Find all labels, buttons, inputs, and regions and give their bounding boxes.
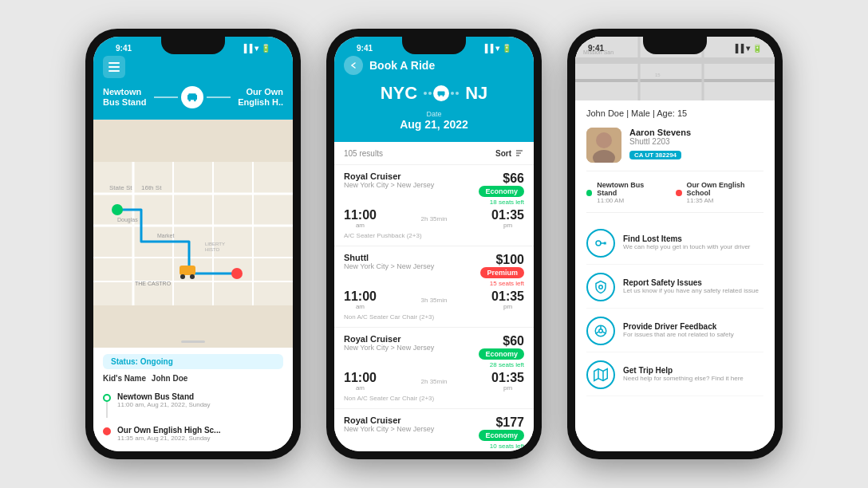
ride-operator-0: Royal Cruiser (344, 171, 434, 181)
route-to: Our OwnEnglish H.. (238, 87, 283, 108)
results-count: 105 results (344, 149, 383, 158)
route-arrow (154, 86, 231, 108)
svg-point-13 (112, 204, 123, 215)
status-time-2: 9:41 (357, 44, 373, 53)
scroll-indicator (181, 340, 205, 343)
menu-icon[interactable] (103, 56, 125, 78)
results-bar: 105 results Sort (334, 142, 534, 164)
phone1-topbar (103, 56, 283, 83)
svg-text:HISTO: HISTO (205, 247, 220, 252)
ride-seats-2: 28 seats left (479, 361, 524, 368)
date-value: Aug 21, 2022 (344, 118, 524, 131)
ride-badge-2: Economy (479, 348, 524, 360)
arrive-time-2: 01:35 (491, 372, 524, 384)
phone-2: 9:41 ▐▐ ▾ 🔋 Book A Ride NYC (326, 29, 542, 459)
kid-name: Kid's Name John Doe (103, 374, 283, 383)
notch-3 (643, 37, 707, 54)
svg-marker-51 (594, 369, 608, 381)
ride-card-0[interactable]: Royal Cruiser New York City > New Jersey… (334, 164, 534, 246)
route-from: NewtownBus Stand (103, 87, 146, 108)
svg-text:THE CASTRO: THE CASTRO (135, 281, 172, 286)
ride-times-1: 11:00 am 3h 35min 01:35 pm (344, 290, 524, 310)
scene: 9:41 ▐▐ ▾ 🔋 NewtownBus Stand (0, 0, 868, 488)
ride-route-2: New York City > New Jersey (344, 344, 434, 352)
svg-point-20 (180, 274, 185, 279)
action-item-1[interactable]: Report Safety Issues Let us know if you … (586, 266, 763, 309)
ride-cards: Royal Cruiser New York City > New Jersey… (334, 164, 534, 451)
phone2-body: 105 results Sort Royal Cruiser New York … (334, 142, 534, 451)
ride-route-3: New York City > New Jersey (344, 425, 434, 433)
svg-text:16th St: 16th St (141, 184, 162, 191)
action-icon-3 (586, 360, 615, 389)
status-icons-2: ▐▐ ▾ 🔋 (482, 44, 511, 53)
status-time-3: 9:41 (588, 44, 604, 53)
action-desc-0: We can help you get in touch with your d… (623, 243, 751, 251)
timeline-stop-name-1: Newtown Bus Stand (597, 181, 660, 197)
phone2-topbar: Book A Ride (344, 56, 524, 80)
ride-card-3[interactable]: Royal Cruiser New York City > New Jersey… (334, 408, 534, 451)
ride-operator-1: Shuttl (344, 253, 434, 262)
phone1-bottom: Status: Ongoing Kid's Name John Doe Newt (93, 348, 293, 451)
driver-name: Aaron Stevens (629, 128, 691, 137)
action-item-2[interactable]: Provide Driver Feedback For issues that … (586, 310, 763, 352)
timeline-info-2: Our Own English School 11:35 AM (687, 181, 763, 204)
status-label: Status: (111, 357, 138, 366)
status-pill: Status: Ongoing (103, 354, 283, 369)
sort-button[interactable]: Sort (495, 148, 524, 158)
action-desc-1: Let us know if you have any safety relat… (623, 287, 759, 295)
to-city: NJ (465, 83, 487, 104)
ride-amenity-1: Non A/C Seater Car Chair (2+3) (344, 313, 524, 321)
action-title-2: Provide Driver Feedback (623, 322, 734, 331)
svg-point-2 (188, 100, 191, 102)
action-desc-2: For issues that are not related to safet… (623, 331, 734, 339)
timeline-stop-time-1: 11:00 AM (597, 197, 660, 204)
svg-point-45 (599, 285, 603, 289)
driver-badge: CA UT 382294 (629, 151, 681, 159)
action-item-0[interactable]: Find Lost Items We can help you get in t… (586, 222, 763, 265)
bus-icon-mid (433, 85, 449, 101)
status-value: Ongoing (140, 357, 173, 366)
timeline-info-1: Newtown Bus Stand 11:00 AM (597, 181, 660, 204)
timeline-dot-red (676, 190, 681, 196)
action-desc-3: Need help for something else? Find it he… (623, 375, 744, 383)
ride-price-2: $60 (479, 334, 524, 348)
action-text-3: Get Trip Help Need help for something el… (623, 366, 744, 383)
back-button[interactable] (344, 56, 363, 75)
ride-card-2[interactable]: Royal Cruiser New York City > New Jersey… (334, 327, 534, 408)
ride-route-1: New York City > New Jersey (344, 262, 434, 270)
ride-operator-3: Royal Cruiser (344, 415, 434, 425)
timeline-stop-time-2: 11:35 AM (687, 197, 763, 204)
sort-label: Sort (495, 149, 511, 158)
user-info-bar: John Doe | Male | Age: 15 (586, 108, 763, 118)
ride-operator-2: Royal Cruiser (344, 334, 434, 344)
map-area: State St 16th St Douglas Market THE CAST… (93, 120, 293, 348)
ride-badge-3: Economy (479, 430, 524, 441)
status-icons-3: ▐▐ ▾ 🔋 (732, 44, 762, 53)
ride-times-2: 11:00 am 2h 35min 01:35 pm (344, 372, 524, 392)
ride-badge-0: Economy (479, 186, 524, 197)
timeline-stop-name-2: Our Own English School (687, 181, 763, 197)
notch-2 (402, 37, 466, 54)
action-icon-2 (586, 317, 615, 345)
driver-avatar (586, 128, 621, 163)
timeline-stop-2: Our Own English School 11:35 AM (676, 181, 763, 204)
svg-point-3 (194, 100, 196, 102)
arrive-time-0: 01:35 (491, 209, 524, 222)
action-list: Find Lost Items We can help you get in t… (586, 222, 763, 396)
stop-dot-green (103, 394, 111, 402)
status-icons-1: ▐▐ ▾ 🔋 (241, 44, 270, 53)
map-svg: State St 16th St Douglas Market THE CAST… (93, 120, 293, 348)
action-text-2: Provide Driver Feedback For issues that … (623, 322, 734, 339)
ride-card-1[interactable]: Shuttl New York City > New Jersey $100 P… (334, 246, 534, 327)
svg-rect-25 (438, 92, 445, 96)
phone3-body: John Doe | Male | Age: 15 Aaron Stevens (575, 100, 775, 451)
depart-time-1: 11:00 (344, 290, 377, 303)
phone-1: 9:41 ▐▐ ▾ 🔋 NewtownBus Stand (85, 29, 301, 459)
svg-point-21 (190, 274, 195, 279)
ride-price-3: $177 (479, 415, 524, 430)
svg-line-50 (603, 332, 606, 333)
action-item-3[interactable]: Get Trip Help Need help for something el… (586, 354, 763, 396)
action-title-3: Get Trip Help (623, 366, 744, 375)
svg-text:Douglas: Douglas (117, 217, 138, 223)
action-icon-1 (586, 273, 615, 301)
